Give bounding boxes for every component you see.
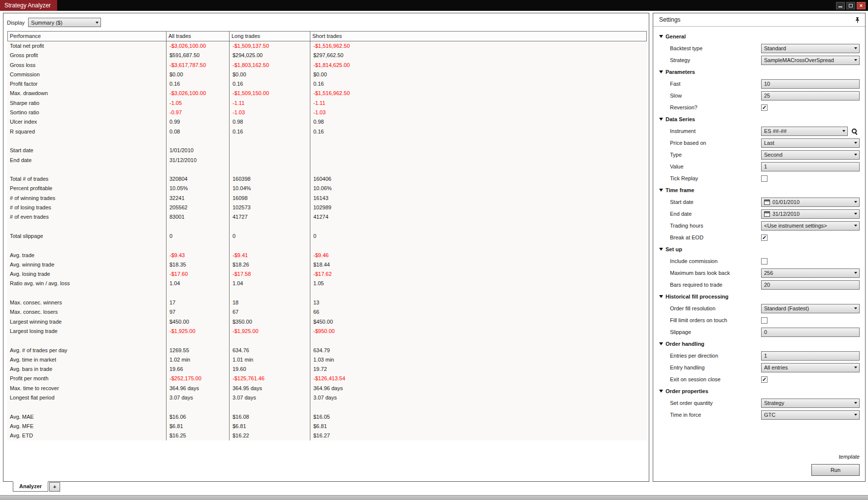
settings-section-order-properties[interactable]: Order properties — [659, 385, 860, 397]
setting-row: Value1 — [659, 161, 860, 172]
price-based-on-select[interactable]: Last — [761, 138, 860, 148]
settings-section-historical-fill-processing[interactable]: Historical fill processing — [659, 291, 860, 302]
report-row — [7, 402, 647, 412]
setting-row: StrategySampleMACrossOverSpread — [659, 54, 860, 66]
setting-label-trading-hours: Trading hours — [670, 223, 761, 229]
tab-analyzer[interactable]: Analyzer — [13, 481, 48, 492]
close-button[interactable]: × — [857, 2, 866, 9]
slippage-input[interactable]: 0 — [761, 328, 860, 337]
fill-limit-orders-on-touch-checkbox[interactable] — [761, 317, 768, 324]
metric-value: $18.26 — [229, 260, 310, 269]
setting-label-type: Type — [670, 152, 761, 158]
display-toolbar: Display Summary ($) — [3, 13, 649, 31]
value-input[interactable]: 1 — [761, 162, 860, 171]
backtest-type-select[interactable]: Standard — [761, 44, 860, 53]
start-date-date-picker[interactable]: 01/01/2010 — [761, 198, 860, 207]
reversion-checkbox[interactable]: ✓ — [761, 104, 768, 111]
metric-value: 634.76 — [229, 346, 310, 355]
report-row: Gross profit$591,687.50$294,025.00$297,6… — [7, 51, 647, 60]
entry-handling-select[interactable]: All entries — [761, 363, 860, 372]
metric-value — [310, 402, 646, 412]
metric-value: 3.07 days — [229, 393, 310, 402]
settings-section-time-frame[interactable]: Time frame — [659, 184, 860, 196]
metric-value: 0 — [166, 232, 229, 241]
window-controls: × — [836, 0, 868, 11]
entries-per-direction-input[interactable]: 1 — [761, 351, 860, 361]
title-bar[interactable]: Strategy Analyzer × — [0, 0, 868, 11]
section-label: Data Series — [666, 116, 695, 122]
metric-value: 0.98 — [310, 117, 646, 127]
metric-value — [166, 402, 229, 412]
report-row — [7, 241, 647, 250]
exit-on-session-close-checkbox[interactable]: ✓ — [761, 376, 768, 383]
pin-icon[interactable] — [855, 17, 860, 23]
run-button[interactable]: Run — [811, 464, 860, 476]
chevron-down-icon — [842, 130, 845, 132]
include-commission-checkbox[interactable] — [761, 258, 768, 265]
metric-label: Largest losing trade — [8, 327, 166, 336]
bars-required-to-trade-input[interactable]: 20 — [761, 280, 860, 290]
report-row: Max. drawdown-$3,026,100.00-$1,509,150.0… — [7, 89, 647, 98]
trading-hours-select[interactable]: <Use instrument settings> — [761, 221, 860, 231]
metric-label: Max. time to recover — [8, 384, 166, 393]
settings-section-parameters[interactable]: Parameters — [659, 66, 860, 78]
metric-value: -$1,925.00 — [229, 327, 310, 336]
set-order-quantity-select[interactable]: Strategy — [761, 399, 860, 408]
setting-row: Time in forceGTC — [659, 409, 860, 421]
metric-label: Total slippage — [8, 232, 166, 241]
report-row: Sharpe ratio-1.05-1.11-1.11 — [7, 99, 647, 108]
metric-value: -$252,175.00 — [166, 374, 229, 383]
break-at-eod-checkbox[interactable]: ✓ — [761, 234, 768, 241]
field-value: 01/01/2010 — [772, 199, 852, 205]
minimize-button[interactable] — [836, 2, 845, 9]
instrument-search-icon[interactable] — [851, 128, 858, 135]
metric-value: $450.00 — [310, 317, 646, 327]
metric-value: -$17.60 — [166, 269, 229, 279]
template-link[interactable]: template — [839, 454, 860, 460]
chevron-down-icon — [854, 47, 857, 49]
maximize-button[interactable] — [846, 2, 855, 9]
metric-label: Max. drawdown — [8, 89, 166, 98]
metric-value: 364.96 days — [166, 384, 229, 393]
strategy-select[interactable]: SampleMACrossOverSpread — [761, 56, 860, 65]
performance-report-table: PerformanceAll tradesLong tradesShort tr… — [7, 31, 647, 440]
metric-label: Profit factor — [8, 79, 166, 89]
type-select[interactable]: Second — [761, 150, 860, 160]
metric-value: 1.01 min — [229, 355, 310, 365]
display-selector[interactable]: Summary ($) — [28, 18, 101, 27]
metric-value: 1.04 — [166, 279, 229, 288]
setting-row: Break at EOD✓ — [659, 232, 860, 243]
setting-row: Reversion?✓ — [659, 101, 860, 113]
metric-value: 16098 — [229, 194, 310, 203]
metric-value: 19.60 — [229, 365, 310, 374]
metric-value: 97 — [166, 307, 229, 317]
settings-panel: Settings GeneralBacktest typeStandardStr… — [653, 13, 866, 482]
time-in-force-select[interactable]: GTC — [761, 410, 860, 420]
metric-value: 0.98 — [229, 117, 310, 127]
slow-input[interactable]: 25 — [761, 91, 860, 100]
analyzer-report-panel: Display Summary ($) PerformanceAll trade… — [3, 13, 649, 482]
settings-section-set-up[interactable]: Set up — [659, 243, 860, 255]
metric-value: -$1,516,962.50 — [310, 41, 646, 51]
setting-row: Maximum bars look back256 — [659, 267, 860, 279]
metric-value: 0.16 — [310, 79, 646, 89]
metric-value: -$125,761.46 — [229, 374, 310, 383]
chevron-down-icon — [854, 213, 857, 215]
metric-value: 83001 — [166, 212, 229, 222]
metric-value: 0.16 — [229, 127, 310, 136]
setting-label-start-date: Start date — [670, 199, 761, 205]
instrument-select[interactable]: ES ##-## — [761, 127, 848, 136]
maximum-bars-look-back-select[interactable]: 256 — [761, 268, 860, 278]
settings-section-order-handling[interactable]: Order handling — [659, 338, 860, 350]
add-tab-button[interactable]: + — [49, 482, 60, 492]
order-fill-resolution-select[interactable]: Standard (Fastest) — [761, 304, 860, 313]
metric-value — [229, 241, 310, 250]
report-row: Profit factor0.160.160.16 — [7, 79, 647, 89]
tick-replay-checkbox[interactable] — [761, 175, 768, 182]
settings-section-general[interactable]: General — [659, 31, 860, 42]
end-date-date-picker[interactable]: 31/12/2010 — [761, 209, 860, 219]
metric-value: 18 — [229, 298, 310, 307]
metric-label: Start date — [8, 146, 166, 155]
settings-section-data-series[interactable]: Data Series — [659, 113, 860, 125]
fast-input[interactable]: 10 — [761, 79, 860, 89]
